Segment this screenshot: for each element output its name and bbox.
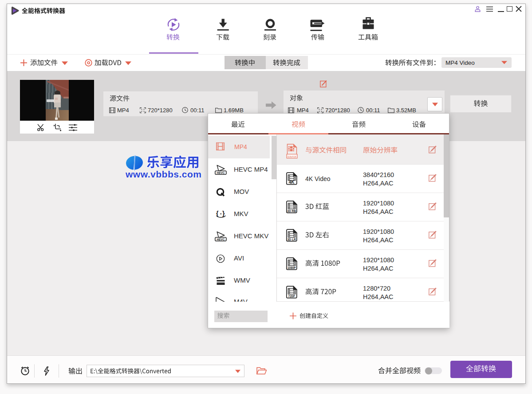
svg-text:1080P: 1080P (288, 266, 296, 269)
svg-text:3D LR: 3D LR (288, 238, 296, 241)
svg-text:3D RB: 3D RB (287, 209, 296, 213)
svg-text:4K: 4K (289, 180, 295, 185)
svg-text:HEVC: HEVC (217, 171, 225, 174)
svg-text:}: } (222, 210, 225, 217)
svg-text:HEVC: HEVC (217, 238, 225, 241)
svg-text:720P: 720P (288, 295, 295, 298)
svg-text:source: source (288, 155, 296, 158)
